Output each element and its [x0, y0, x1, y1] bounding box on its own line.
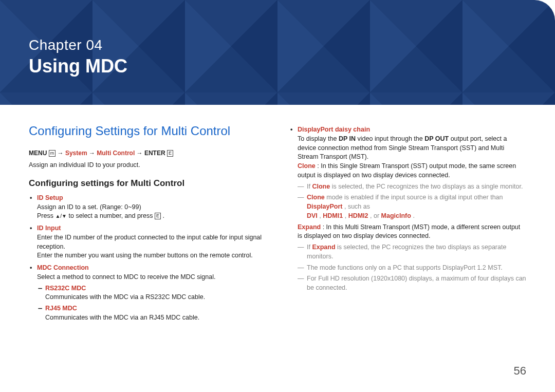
menu-nav-path: MENU m → System → Multi Control → ENTER … — [29, 149, 266, 158]
id-setup-line2a: Press — [37, 212, 55, 219]
expand-text: : In this Multi Stream Transport (MST) m… — [298, 223, 520, 240]
chapter-title: Using MDC — [29, 55, 526, 77]
hdmi2-label: HDMI2 — [348, 212, 368, 219]
list-item: MDC Connection Select a method to connec… — [29, 264, 266, 323]
dvi-label: DVI — [307, 212, 318, 219]
mdc-sub-list: RS232C MDC Communicates with the MDC via… — [37, 284, 266, 323]
arrow-icon: → — [137, 150, 144, 157]
rs232c-text: Communicates with the MDC via a RS232C M… — [45, 293, 205, 301]
nav-multicontrol: Multi Control — [97, 150, 135, 157]
id-setup-line1: Assign an ID to a set. (Range: 0~99) — [37, 203, 141, 211]
content-columns: Configuring Settings for Multi Control M… — [0, 105, 555, 326]
section-heading: Configuring Settings for Multi Control — [29, 122, 266, 140]
expand-note3: For Full HD resolution (1920x1080) displ… — [307, 275, 526, 291]
list-item: ID Input Enter the ID number of the prod… — [29, 224, 266, 260]
subsection-heading: Configuring settings for Multi Control — [29, 177, 266, 190]
hdmi1-label: HDMI1 — [323, 212, 343, 219]
list-item: For Full HD resolution (1920x1080) displ… — [298, 274, 526, 293]
rs232c-label: RS232C MDC — [45, 285, 86, 292]
assign-text: Assign an individual ID to your product. — [29, 161, 266, 170]
expand-label: Expand — [298, 223, 321, 231]
left-column: Configuring Settings for Multi Control M… — [29, 122, 266, 326]
dp-list: DisplayPort daisy chain To display the D… — [289, 125, 526, 293]
magicinfo-label: MagicInfo — [381, 212, 411, 219]
enter-label: ENTER — [144, 150, 165, 157]
id-input-line1: Enter the ID number of the product conne… — [37, 234, 262, 250]
clone-notes: If Clone is selected, the PC recognizes … — [298, 182, 526, 221]
comma: , — [345, 212, 348, 219]
list-item: The mode functions only on a PC that sup… — [298, 264, 526, 273]
menu-label: MENU — [29, 150, 47, 157]
chapter-hero: Chapter 04 Using MDC — [0, 0, 555, 105]
nav-system: System — [65, 150, 87, 157]
rj45-label: RJ45 MDC — [45, 305, 77, 312]
id-setup-line2b: to select a number, and press — [69, 212, 155, 219]
right-column: DisplayPort daisy chain To display the D… — [289, 122, 526, 326]
clone-note1-b: is selected, the PC recognizes the two d… — [332, 183, 523, 190]
clone-note2-b: , such as — [344, 203, 370, 210]
chapter-label: Chapter 04 — [29, 37, 526, 53]
up-down-icon: ▲/▼ — [55, 213, 67, 219]
arrow-icon: → — [58, 150, 65, 157]
mdc-connection-label: MDC Connection — [37, 264, 89, 271]
page-number: 56 — [514, 364, 526, 378]
expand-note1-b: is selected, the PC recognizes the two d… — [307, 244, 506, 260]
dp-daisychain-label: DisplayPort daisy chain — [298, 126, 370, 133]
clone-text: : In this Single Stream Transport (SST) … — [298, 162, 516, 179]
expand-note1-a: If — [307, 244, 312, 251]
dp-intro-a: To display the — [298, 135, 339, 142]
expand-note2: The mode functions only on a PC that sup… — [307, 264, 503, 271]
dp-in-label: DP IN — [339, 135, 356, 142]
list-item: If Expand is selected, the PC recognizes… — [298, 243, 526, 262]
dp-intro-b: video input through the — [358, 135, 425, 142]
settings-list: ID Setup Assign an ID to a set. (Range: … — [29, 194, 266, 323]
menu-icon: m — [49, 150, 56, 157]
list-item: ID Setup Assign an ID to a set. (Range: … — [29, 194, 266, 221]
enter-icon: E — [167, 150, 173, 157]
clone-label: Clone — [298, 162, 316, 170]
mdc-connection-text: Select a method to connect to MDC to rec… — [37, 273, 215, 281]
period: . — [413, 212, 414, 219]
arrow-icon: → — [89, 150, 97, 157]
id-input-label: ID Input — [37, 225, 61, 232]
or-text: , or — [370, 212, 381, 219]
clone-label: Clone — [312, 183, 330, 190]
clone-note1-a: If — [307, 183, 312, 190]
expand-notes: If Expand is selected, the PC recognizes… — [298, 243, 526, 293]
list-item: Clone mode is enabled if the input sourc… — [298, 193, 526, 220]
id-setup-line2c: . — [162, 212, 164, 219]
expand-label: Expand — [312, 244, 335, 251]
displayport-label: DisplayPort — [307, 203, 342, 210]
id-input-line2: Enter the number you want using the numb… — [37, 252, 253, 259]
list-item: If Clone is selected, the PC recognizes … — [298, 182, 526, 192]
clone-note2-a: mode is enabled if the input source is a… — [326, 194, 503, 201]
list-item: RS232C MDC Communicates with the MDC via… — [37, 284, 266, 303]
dp-out-label: DP OUT — [424, 135, 449, 142]
id-setup-label: ID Setup — [37, 194, 63, 201]
manual-page: Chapter 04 Using MDC Configuring Setting… — [0, 0, 555, 392]
rj45-text: Communicates with the MDC via an RJ45 MD… — [45, 314, 199, 321]
list-item: DisplayPort daisy chain To display the D… — [289, 125, 526, 293]
list-item: RJ45 MDC Communicates with the MDC via a… — [37, 304, 266, 323]
enter-icon: E — [155, 213, 161, 219]
clone-label: Clone — [307, 194, 325, 201]
